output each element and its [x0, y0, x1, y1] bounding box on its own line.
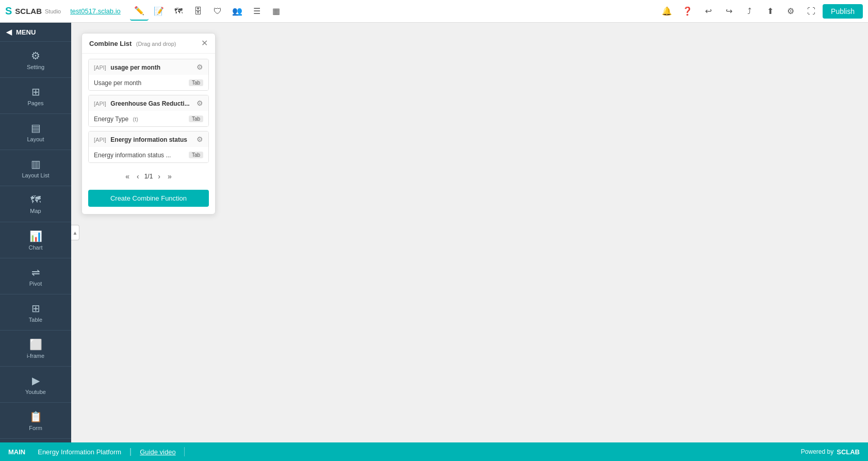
app-name: SCLAB: [15, 7, 42, 15]
undo-icon[interactable]: ↩: [699, 2, 717, 21]
close-panel-button[interactable]: ✕: [201, 39, 208, 47]
sidebar-item-chart[interactable]: 📊 Chart: [0, 222, 71, 258]
api-name-1: Greenhouse Gas Reducti...: [110, 100, 189, 107]
sidebar-item-label: Map: [30, 208, 41, 214]
api-field-type-1: (t): [133, 116, 138, 122]
sidebar-item-label: Pivot: [29, 281, 42, 287]
sidebar-item-label: Form: [29, 425, 42, 431]
sidebar-item-layout[interactable]: ▤ Layout: [0, 114, 71, 150]
settings-icon[interactable]: ⚙: [781, 2, 800, 21]
bell-icon[interactable]: 🔔: [658, 2, 676, 21]
database-icon[interactable]: 🗄: [189, 2, 207, 21]
prev-page-button[interactable]: ‹: [135, 171, 141, 182]
topbar-right: 🔔 ❓ ↩ ↪ ⤴ ⬆ ⚙ ⛶ Publish: [658, 2, 863, 21]
list-icon[interactable]: ☰: [248, 2, 266, 21]
pages-icon: ⊞: [31, 86, 40, 98]
main-area: ◀ MENU ⚙ Setting ⊞ Pages ▤ Layout ▥ Layo…: [0, 23, 868, 442]
combine-panel-title: Combine List: [89, 40, 132, 47]
api-card-header-2: [API] Energy information status ⚙: [89, 131, 208, 147]
panel-title-area: Combine List (Drag and drop): [89, 39, 176, 48]
api-field-name-2: Energy information status ...: [94, 152, 171, 159]
next-page-button[interactable]: ›: [156, 171, 162, 182]
site-name[interactable]: test0517.sclab.io: [70, 7, 121, 15]
map-sidebar-icon: 🗺: [30, 194, 41, 206]
combine-panel-body: [API] usage per month ⚙ Usage per month …: [82, 54, 215, 214]
logo-area: S SCLAB Studio: [5, 5, 61, 17]
menu-header[interactable]: ◀ MENU: [0, 23, 71, 42]
sidebar-item-form[interactable]: 📋 Form: [0, 403, 71, 439]
platform-label: Energy Information Platform: [38, 448, 121, 456]
sidebar-item-label: Layout List: [22, 172, 49, 178]
fullscreen-icon[interactable]: ⛶: [802, 2, 821, 21]
api-settings-icon-0[interactable]: ⚙: [196, 63, 203, 71]
api-field-name-1: Energy Type: [94, 116, 128, 123]
sidebar-item-setting[interactable]: ⚙ Setting: [0, 42, 71, 78]
sidebar-item-layout-list[interactable]: ▥ Layout List: [0, 150, 71, 186]
chart-icon: 📊: [29, 230, 42, 242]
guide-video-link[interactable]: Guide video: [140, 448, 175, 456]
redo-icon[interactable]: ↪: [719, 2, 738, 21]
share-icon[interactable]: ⤴: [740, 2, 759, 21]
api-settings-icon-2[interactable]: ⚙: [196, 135, 203, 143]
pagination: « ‹ 1/1 › »: [88, 167, 209, 186]
combine-panel-subtitle: (Drag and drop): [136, 41, 176, 47]
sidebar-item-pivot[interactable]: ⇌ Pivot: [0, 258, 71, 294]
last-page-button[interactable]: »: [166, 171, 174, 182]
export-icon[interactable]: ⬆: [761, 2, 779, 21]
tab-badge-0: Tab: [189, 79, 203, 86]
publish-button[interactable]: Publish: [823, 4, 863, 19]
sclab-logo-icon: S: [5, 5, 12, 17]
sidebar: ◀ MENU ⚙ Setting ⊞ Pages ▤ Layout ▥ Layo…: [0, 23, 71, 442]
users-icon[interactable]: 👥: [228, 2, 247, 21]
sidebar-item-label: Chart: [29, 244, 43, 251]
form-icon: 📋: [29, 410, 42, 423]
canvas: ▲ Combine List (Drag and drop) ✕ [API] u…: [71, 23, 868, 442]
map-icon[interactable]: 🗺: [169, 2, 188, 21]
topbar-icons: ✏️ 📝 🗺 🗄 🛡 👥 ☰ ▦: [130, 2, 286, 21]
page-info: 1/1: [144, 173, 153, 180]
bottombar: MAIN Energy Information Platform | Guide…: [0, 442, 868, 461]
setting-icon: ⚙: [31, 50, 40, 62]
sidebar-item-label: Pages: [27, 100, 43, 106]
edit-page-icon[interactable]: ✏️: [130, 2, 149, 21]
sidebar-item-label: Layout: [27, 136, 44, 142]
sidebar-item-map[interactable]: 🗺 Map: [0, 186, 71, 222]
sidebar-item-combine[interactable]: ⧓ Combine: [0, 439, 71, 442]
first-page-button[interactable]: «: [123, 171, 132, 182]
edit-icon[interactable]: 📝: [150, 2, 168, 21]
sidebar-item-label: Youtube: [25, 389, 46, 395]
iframe-icon: ⬜: [29, 338, 42, 351]
api-prefix-1: [API]: [94, 101, 106, 107]
sclab-logo-bottom: SCLAB: [837, 448, 860, 456]
sidebar-item-label: Table: [29, 317, 42, 323]
api-card-header-0: [API] usage per month ⚙: [89, 59, 208, 75]
menu-collapse-icon: ◀: [6, 28, 12, 36]
api-card-body-2: Energy information status ... Tab: [89, 147, 208, 162]
collapse-sidebar-button[interactable]: ▲: [71, 225, 79, 240]
help-icon[interactable]: ❓: [678, 2, 697, 21]
youtube-icon: ▶: [32, 374, 40, 387]
powered-by-area: Powered by SCLAB: [801, 448, 860, 456]
sidebar-item-iframe[interactable]: ⬜ i-frame: [0, 331, 71, 367]
card-icon[interactable]: ▦: [267, 2, 286, 21]
app-sub: Studio: [45, 8, 61, 14]
sidebar-item-pages[interactable]: ⊞ Pages: [0, 78, 71, 114]
main-label: MAIN: [8, 448, 25, 456]
tab-badge-1: Tab: [189, 116, 203, 122]
api-settings-icon-1[interactable]: ⚙: [196, 99, 203, 107]
tab-badge-2: Tab: [189, 152, 203, 158]
sidebar-item-label: i-frame: [27, 353, 44, 359]
api-card-2: [API] Energy information status ⚙ Energy…: [88, 131, 209, 163]
api-name-2: Energy information status: [110, 136, 187, 143]
sidebar-item-youtube[interactable]: ▶ Youtube: [0, 367, 71, 403]
shield-icon[interactable]: 🛡: [208, 2, 227, 21]
layout-icon: ▤: [31, 122, 41, 134]
sidebar-item-table[interactable]: ⊞ Table: [0, 294, 71, 331]
table-icon: ⊞: [31, 302, 40, 315]
api-prefix-0: [API]: [94, 64, 106, 71]
api-card-body-1: Energy Type (t) Tab: [89, 111, 208, 126]
sidebar-item-label: Setting: [27, 64, 44, 70]
api-card-header-1: [API] Greenhouse Gas Reducti... ⚙: [89, 95, 208, 111]
api-card-body-0: Usage per month Tab: [89, 75, 208, 90]
create-combine-function-button[interactable]: Create Combine Function: [88, 190, 209, 207]
